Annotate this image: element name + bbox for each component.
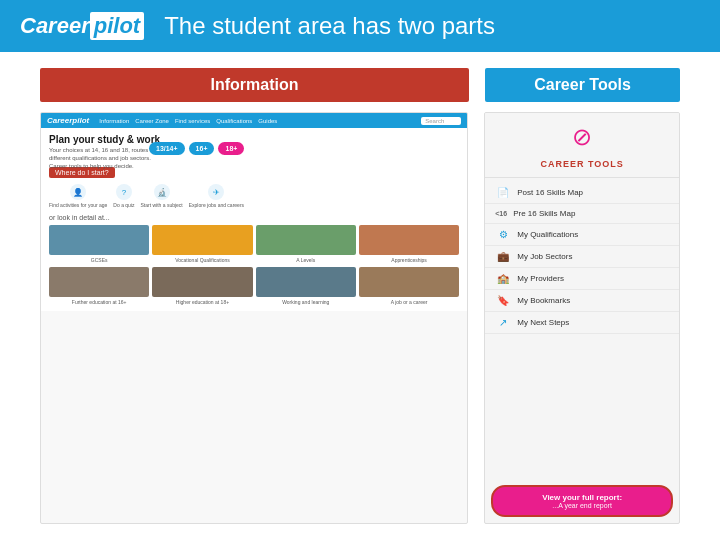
ct-item-pre16[interactable]: <16 Pre 16 Skills Map bbox=[485, 204, 679, 224]
panels: Careerpilot Information Career Zone Find… bbox=[40, 112, 680, 524]
photo-vocational-label: Vocational Qualifications bbox=[152, 257, 252, 263]
photo-apprenticeships-img bbox=[359, 225, 459, 255]
report-title: View your full report: bbox=[503, 493, 661, 502]
explore-icon: ✈ bbox=[208, 184, 224, 200]
photo-vocational[interactable]: Vocational Qualifications bbox=[152, 225, 252, 263]
page-header: Careerpilot The student area has two par… bbox=[0, 0, 720, 52]
photo-further-label: Further education at 16+ bbox=[49, 299, 149, 305]
photo-gcse[interactable]: GCSEs bbox=[49, 225, 149, 263]
providers-label: My Providers bbox=[517, 274, 564, 283]
photo-alevels[interactable]: A Levels bbox=[256, 225, 356, 263]
photo-gcse-img bbox=[49, 225, 149, 255]
quiz-icon: ? bbox=[116, 184, 132, 200]
age-badges: 13/14+ 16+ 18+ bbox=[149, 142, 459, 155]
view-full-report-button[interactable]: View your full report: ...A year end rep… bbox=[491, 485, 673, 517]
activity-explore-label: Explore jobs and careers bbox=[189, 202, 244, 208]
career-tools-label: Career Tools bbox=[485, 68, 680, 102]
photo-working-label: Working and learning bbox=[256, 299, 356, 305]
bookmarks-icon: 🔖 bbox=[495, 295, 511, 306]
photo-working-img bbox=[256, 267, 356, 297]
photo-grid-row2: Further education at 16+ Higher educatio… bbox=[49, 267, 459, 305]
activity-find-label: Find activities for your age bbox=[49, 202, 107, 208]
page-title: The student area has two parts bbox=[164, 12, 495, 40]
next-steps-label: My Next Steps bbox=[517, 318, 569, 327]
photo-job-img bbox=[359, 267, 459, 297]
site-nav-guides: Guides bbox=[258, 118, 277, 124]
site-nav: Information Career Zone Find services Qu… bbox=[99, 118, 277, 124]
photo-higher-img bbox=[152, 267, 252, 297]
find-icon: 👤 bbox=[70, 184, 86, 200]
photo-higher-label: Higher education at 18+ bbox=[152, 299, 252, 305]
pre16-prefix: <16 bbox=[495, 210, 507, 217]
activity-quiz[interactable]: ? Do a quiz bbox=[113, 184, 134, 208]
bookmarks-label: My Bookmarks bbox=[517, 296, 570, 305]
career-tools-items: 📄 Post 16 Skills Map <16 Pre 16 Skills M… bbox=[485, 178, 679, 479]
ct-item-qualifications[interactable]: ⚙ My Qualifications bbox=[485, 224, 679, 246]
providers-icon: 🏫 bbox=[495, 273, 511, 284]
career-tools-panel: ⊘ CAREER TOOLS 📄 Post 16 Skills Map <16 … bbox=[484, 112, 680, 524]
activity-subject-label: Start with a subject bbox=[140, 202, 182, 208]
photo-grid-row1: GCSEs Vocational Qualifications A Levels… bbox=[49, 225, 459, 263]
career-tools-header: ⊘ CAREER TOOLS bbox=[485, 113, 679, 178]
activity-quiz-label: Do a quiz bbox=[113, 202, 134, 208]
site-nav-career: Career Zone bbox=[135, 118, 169, 124]
age-badge-18[interactable]: 18+ bbox=[218, 142, 244, 155]
photo-job[interactable]: A job or a career bbox=[359, 267, 459, 305]
logo-pilot: pilot bbox=[90, 12, 144, 40]
photo-gcse-label: GCSEs bbox=[49, 257, 149, 263]
ct-item-bookmarks[interactable]: 🔖 My Bookmarks bbox=[485, 290, 679, 312]
column-labels: Information Career Tools bbox=[40, 68, 680, 102]
site-nav-info: Information bbox=[99, 118, 129, 124]
photo-alevels-img bbox=[256, 225, 356, 255]
photo-job-label: A job or a career bbox=[359, 299, 459, 305]
next-steps-icon: ↗ bbox=[495, 317, 511, 328]
ct-item-next-steps[interactable]: ↗ My Next Steps bbox=[485, 312, 679, 334]
job-sectors-icon: 💼 bbox=[495, 251, 511, 262]
qualifications-label: My Qualifications bbox=[517, 230, 578, 239]
photo-further[interactable]: Further education at 16+ bbox=[49, 267, 149, 305]
compass-icon: ⊘ bbox=[491, 123, 673, 151]
pre16-label: Pre 16 Skills Map bbox=[513, 209, 575, 218]
qualifications-icon: ⚙ bbox=[495, 229, 511, 240]
report-sub: ...A year end report bbox=[503, 502, 661, 509]
subject-icon: 🔬 bbox=[154, 184, 170, 200]
photo-apprenticeships[interactable]: Apprenticeships bbox=[359, 225, 459, 263]
photo-apprenticeships-label: Apprenticeships bbox=[359, 257, 459, 263]
photo-working[interactable]: Working and learning bbox=[256, 267, 356, 305]
activity-subject[interactable]: 🔬 Start with a subject bbox=[140, 184, 182, 208]
site-search: Search bbox=[421, 117, 461, 125]
photo-alevels-label: A Levels bbox=[256, 257, 356, 263]
post16-icon: 📄 bbox=[495, 187, 511, 198]
site-body: Plan your study & work Your choices at 1… bbox=[41, 128, 467, 311]
site-nav-services: Find services bbox=[175, 118, 210, 124]
age-badge-13[interactable]: 13/14+ bbox=[149, 142, 185, 155]
career-tools-title: CAREER TOOLS bbox=[540, 159, 623, 169]
photo-further-img bbox=[49, 267, 149, 297]
or-look-text: or look in detail at... bbox=[49, 214, 459, 221]
activities-row: 👤 Find activities for your age ? Do a qu… bbox=[49, 184, 459, 208]
information-label: Information bbox=[40, 68, 469, 102]
site-nav-quals: Qualifications bbox=[216, 118, 252, 124]
activity-find[interactable]: 👤 Find activities for your age bbox=[49, 184, 107, 208]
information-panel: Careerpilot Information Career Zone Find… bbox=[40, 112, 468, 524]
post16-label: Post 16 Skills Map bbox=[517, 188, 583, 197]
age-badge-16[interactable]: 16+ bbox=[189, 142, 215, 155]
ct-item-providers[interactable]: 🏫 My Providers bbox=[485, 268, 679, 290]
site-header-bar: Careerpilot Information Career Zone Find… bbox=[41, 113, 467, 128]
logo: Careerpilot bbox=[20, 12, 144, 40]
ct-item-post16[interactable]: 📄 Post 16 Skills Map bbox=[485, 182, 679, 204]
photo-higher[interactable]: Higher education at 18+ bbox=[152, 267, 252, 305]
main-content: Information Career Tools Careerpilot Inf… bbox=[0, 52, 720, 540]
photo-vocational-img bbox=[152, 225, 252, 255]
job-sectors-label: My Job Sectors bbox=[517, 252, 572, 261]
site-logo: Careerpilot bbox=[47, 116, 89, 125]
logo-career: Career bbox=[20, 13, 90, 39]
activity-explore[interactable]: ✈ Explore jobs and careers bbox=[189, 184, 244, 208]
ct-item-job-sectors[interactable]: 💼 My Job Sectors bbox=[485, 246, 679, 268]
